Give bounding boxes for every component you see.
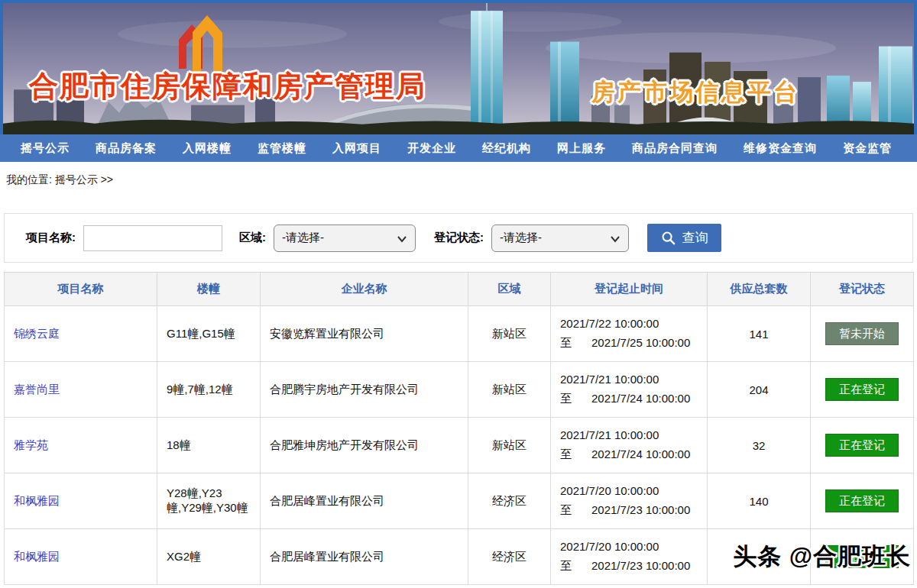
registration-status-select[interactable]: -请选择- [491,225,629,252]
query-button-label: 查询 [682,229,708,247]
district-cell: 新站区 [492,383,527,396]
org-title: 合肥市住房保障和房产管理局 [29,67,426,106]
nav-item-network-projects[interactable]: 入网项目 [319,141,394,156]
buildings-cell: 9幢,7幢,12幢 [167,383,233,396]
supply-count: 140 [749,495,768,508]
project-name-label: 项目名称: [26,231,76,245]
company-cell: 合肥腾宇房地产开发有限公司 [270,383,419,396]
col-header-company: 企业名称 [261,273,468,306]
project-link[interactable]: 锦绣云庭 [14,327,60,340]
company-cell: 合肥居峰置业有限公司 [270,550,384,563]
time-start: 2021/7/20 10:00:00 [560,482,698,501]
table-row: 嘉誉尚里 9幢,7幢,12幢 合肥腾宇房地产开发有限公司 新站区 2021/7/… [5,362,914,418]
nav-item-contract-query[interactable]: 商品房合同查询 [619,141,731,156]
nav-item-fund-supervision[interactable]: 资金监管 [830,141,905,156]
time-end-prefix: 至 [560,559,572,572]
col-header-status: 登记状态 [811,273,914,306]
col-header-supply: 供应总套数 [708,273,811,306]
nav-item-lottery[interactable]: 摇号公示 [8,141,83,156]
table-row: 雅学苑 18幢 合肥雅坤房地产开发有限公司 新站区 2021/7/21 10:0… [5,418,914,473]
buildings-cell: G11幢,G15幢 [167,327,235,340]
nav-item-developers[interactable]: 开发企业 [394,141,469,156]
col-header-time: 登记起止时间 [551,273,708,306]
project-name-input[interactable] [83,225,222,251]
table-row: 锦绣云庭 G11幢,G15幢 安徽览辉置业有限公司 新站区 2021/7/22 … [5,306,914,362]
project-link[interactable]: 和枫雅园 [14,550,60,563]
region-select-value: -请选择- [282,231,324,245]
nav-item-supervised-buildings[interactable]: 监管楼幢 [245,141,319,156]
status-badge[interactable]: 正在登记 [825,489,899,512]
time-end: 2021/7/25 10:00:00 [591,336,690,349]
supply-count: 204 [749,383,768,396]
time-start: 2021/7/22 10:00:00 [560,315,698,334]
time-start: 2021/7/21 10:00:00 [560,426,698,445]
platform-title: 房产市场信息平台 [591,76,799,108]
page: 合肥市住房保障和房产管理局 房产市场信息平台 摇号公示 商品房备案 入网楼幢 监… [0,0,917,588]
district-cell: 新站区 [492,438,527,451]
district-cell: 经济区 [492,550,527,563]
registration-status-select-value: -请选择- [500,231,542,245]
table-header-row: 项目名称 楼幢 企业名称 区域 登记起止时间 供应总套数 登记状态 [5,273,914,306]
status-badge[interactable]: 正在登记 [825,378,899,401]
company-cell: 安徽览辉置业有限公司 [270,327,384,340]
col-header-district: 区域 [468,273,551,306]
time-end: 2021/7/24 10:00:00 [591,447,690,460]
nav-item-brokers[interactable]: 经纪机构 [469,141,544,156]
col-header-project: 项目名称 [5,273,157,306]
project-link[interactable]: 雅学苑 [14,438,48,451]
project-link[interactable]: 嘉誉尚里 [14,383,60,396]
time-end: 2021/7/23 10:00:00 [591,559,690,572]
buildings-cell: Y28幢,Y23幢,Y29幢,Y30幢 [167,486,248,514]
col-header-buildings: 楼幢 [157,273,261,306]
supply-count: 141 [749,328,768,341]
search-icon [661,231,676,245]
buildings-cell: XG2幢 [167,550,201,563]
table-row: 和枫雅园 Y28幢,Y23幢,Y29幢,Y30幢 合肥居峰置业有限公司 经济区 … [5,473,914,529]
nav-item-network-buildings[interactable]: 入网楼幢 [170,141,245,156]
time-end: 2021/7/24 10:00:00 [591,392,690,405]
chevron-down-icon [610,234,621,244]
company-cell: 合肥雅坤房地产开发有限公司 [270,438,419,451]
buildings-cell: 18幢 [167,438,191,451]
project-link[interactable]: 和枫雅园 [14,494,60,507]
supply-count: 32 [753,439,766,452]
time-end: 2021/7/23 10:00:00 [591,503,690,516]
breadcrumb: 我的位置: 摇号公示 >> [0,162,917,198]
region-label: 区域: [239,231,266,245]
status-badge[interactable]: 正在登记 [825,434,899,457]
table-row: 和枫雅园 XG2幢 合肥居峰置业有限公司 经济区 2021/7/20 10:00… [5,529,914,585]
nav-item-repair-fund-query[interactable]: 维修资金查询 [731,141,830,156]
time-end-prefix: 至 [560,503,572,516]
nav-item-commodity-filing[interactable]: 商品房备案 [83,141,170,156]
chevron-down-icon [397,234,407,244]
time-start: 2021/7/21 10:00:00 [560,370,698,389]
nav-item-online-services[interactable]: 网上服务 [544,141,619,156]
district-cell: 经济区 [492,494,527,507]
region-select[interactable]: -请选择- [274,225,416,252]
registration-status-label: 登记状态: [434,231,484,245]
company-cell: 合肥居峰置业有限公司 [270,494,384,507]
time-end-prefix: 至 [560,336,572,349]
time-end-prefix: 至 [560,392,572,405]
status-badge[interactable]: 正在登记 [825,545,899,568]
projects-table: 项目名称 楼幢 企业名称 区域 登记起止时间 供应总套数 登记状态 锦绣云庭 G… [4,272,914,585]
search-panel: 项目名称: 区域: -请选择- 登记状态: -请选择- 查询 [4,213,913,263]
time-start: 2021/7/20 10:00:00 [560,538,698,557]
district-cell: 新站区 [492,327,527,340]
query-button[interactable]: 查询 [647,224,721,252]
main-nav: 摇号公示 商品房备案 入网楼幢 监管楼幢 入网项目 开发企业 经纪机构 网上服务… [0,134,917,162]
time-end-prefix: 至 [560,447,572,460]
status-badge[interactable]: 暂未开始 [825,322,899,345]
header-banner: 合肥市住房保障和房产管理局 房产市场信息平台 [0,0,917,134]
